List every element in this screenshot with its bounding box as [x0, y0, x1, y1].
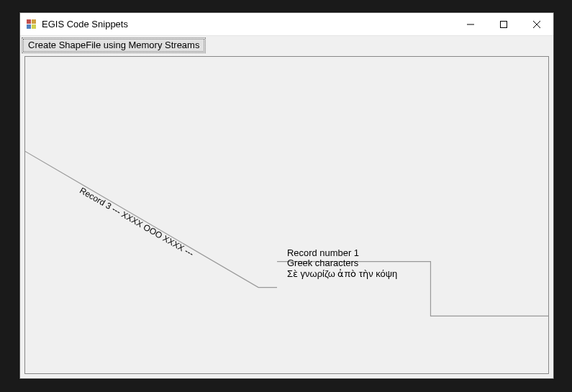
app-icon [26, 19, 37, 30]
map-canvas[interactable]: Record 3 --- XXXX OOO XXXX --- Record nu… [24, 56, 549, 374]
record1-label-line3: Σὲ γνωρίζω ἀπὸ τὴν κόψη [287, 268, 397, 279]
close-icon [533, 21, 540, 28]
titlebar[interactable]: EGIS Code Snippets [20, 13, 553, 36]
record1-label-line1: Record number 1 [287, 247, 359, 258]
client-area: Create ShapeFile using Memory Streams Re… [20, 36, 553, 378]
create-shapefile-button[interactable]: Create ShapeFile using Memory Streams [22, 37, 206, 53]
minimize-icon [467, 21, 474, 28]
map-svg: Record 3 --- XXXX OOO XXXX --- Record nu… [25, 57, 548, 373]
feature-line-record3 [25, 151, 277, 287]
maximize-icon [500, 21, 507, 28]
maximize-button[interactable] [487, 13, 520, 36]
minimize-button[interactable] [454, 13, 487, 36]
record3-label: Record 3 --- XXXX OOO XXXX --- [78, 186, 195, 259]
window-controls [454, 13, 553, 35]
record1-label-line2: Greek characters [287, 257, 358, 268]
close-button[interactable] [520, 13, 553, 36]
app-window: EGIS Code Snippets Create ShapeFile usin… [19, 12, 554, 379]
svg-rect-1 [501, 22, 507, 28]
window-title: EGIS Code Snippets [42, 19, 454, 29]
